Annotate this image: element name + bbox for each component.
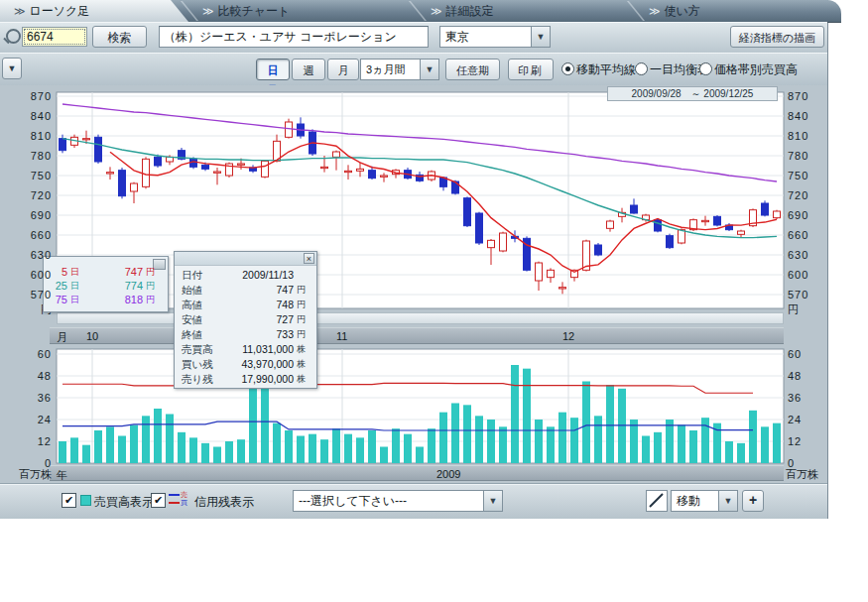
chevrons-icon: ≫	[431, 5, 440, 17]
tooltip-row: 終値733円	[175, 327, 316, 342]
chevron-down-icon[interactable]: ▼	[420, 60, 438, 79]
year-value-label: 2009	[436, 468, 460, 480]
chevron-down-icon[interactable]: ▼	[483, 491, 502, 511]
price-tick-label: 600	[788, 269, 827, 281]
volume-unit-label: 百万株	[786, 467, 818, 482]
diagonal-line-icon	[647, 491, 667, 511]
close-icon[interactable]: ×	[304, 253, 314, 264]
tab-label: 使い方	[665, 4, 700, 18]
volume-tick-label: 36	[788, 392, 827, 404]
month-axis-title: 月	[57, 330, 67, 345]
radio-icon	[699, 62, 712, 75]
price-tick-label: 810	[12, 130, 52, 142]
ma-legend-row: 25日774円	[44, 280, 168, 293]
radio-label: 価格帯別売買高	[714, 61, 798, 78]
credit-balance-checkbox[interactable]: ✔	[151, 493, 166, 508]
arbitrary-period-button[interactable]: 任意期間	[445, 59, 500, 80]
chevrons-icon: ≫	[649, 5, 659, 17]
price-tick-label: 780	[788, 150, 827, 162]
price-tick-label: 780	[12, 150, 52, 162]
tooltip-row: 買い残43,970,000株	[175, 357, 316, 372]
price-tick-label: 720	[12, 189, 52, 201]
radio-icon	[635, 62, 648, 75]
tab-candlestick[interactable]: ≫ローソク足	[0, 0, 188, 22]
radio-label: 移動平均線	[576, 61, 636, 78]
moving-average-legend-panel[interactable]: 5日747円25日774円75日818円	[43, 256, 169, 312]
tab-comparison-chart[interactable]: ≫比較チャート	[188, 0, 417, 22]
volume-tick-label: 36	[12, 392, 52, 404]
tooltip-row: 高値748円	[175, 298, 316, 312]
price-tick-label: 750	[12, 170, 52, 181]
range-select[interactable]: 3ヵ月間 ▼	[360, 59, 439, 80]
month-tick-label: 10	[86, 330, 98, 342]
tab-label: 比較チャート	[218, 4, 291, 18]
tooltip-row: 安値727円	[175, 312, 316, 327]
price-tick-label: 630	[788, 249, 827, 261]
collapse-arrow-button[interactable]: ▼	[2, 58, 22, 79]
volume-tick-label: 0	[12, 457, 52, 469]
period-scrollbar[interactable]	[57, 312, 784, 324]
tool-mode-select[interactable]: 移動 ▼	[671, 490, 738, 512]
volume-tick-label: 12	[788, 435, 827, 447]
quote-tooltip-panel: × 日付2009/11/13始値747円高値748円安値727円終値733円売買…	[174, 251, 317, 389]
indicator-select[interactable]: ---選択して下さい--- ▼	[293, 490, 503, 512]
chevron-down-icon[interactable]: ▼	[531, 27, 550, 47]
daily-button[interactable]: 日足	[256, 59, 290, 80]
chart-app-window: ≫ローソク足 ≫比較チャート ≫詳細設定 ≫使い方 検索 東京 ▼ 経済指標の描…	[0, 0, 828, 519]
price-tick-label: 660	[788, 229, 827, 241]
bottom-control-bar: ✔ 売買高表示 ✔ 売 買 信用残表示 ---選択して下さい--- ▼ 移動 ▼…	[0, 483, 827, 519]
volume-tick-label: 48	[788, 370, 827, 382]
tooltip-row: 日付2009/11/13	[175, 268, 316, 283]
chevrons-icon: ≫	[202, 5, 212, 17]
tab-detail-settings[interactable]: ≫詳細設定	[417, 0, 635, 22]
exchange-value: 東京	[445, 27, 469, 47]
credit-lines-swatch-icon: 売 買	[169, 491, 188, 509]
search-icon	[6, 29, 21, 44]
volume-tick-label: 24	[12, 414, 52, 425]
chart-options-toolbar: ▼ 日足 週足 月足 3ヵ月間 ▼ 任意期間 印刷 移動平均線 一目均衡表 価格…	[0, 53, 827, 86]
tooltip-row: 始値747円	[175, 283, 316, 298]
stock-name-field[interactable]	[159, 26, 429, 48]
price-tick-label: 570	[12, 289, 52, 301]
price-tick-label: 570	[788, 289, 827, 301]
volume-display-checkbox[interactable]: ✔	[62, 493, 76, 508]
tool-mode-value: 移動	[677, 491, 700, 511]
price-tick-label: 660	[12, 229, 52, 241]
price-tick-label: 870	[788, 90, 827, 102]
credit-checkbox-label: 信用残表示	[194, 494, 254, 511]
tab-help[interactable]: ≫使い方	[635, 0, 823, 22]
volume-checkbox-label: 売買高表示	[94, 494, 154, 511]
monthly-button[interactable]: 月足	[327, 59, 359, 80]
chevron-down-icon[interactable]: ▼	[718, 491, 737, 511]
stock-code-input[interactable]	[22, 27, 87, 47]
buy-char: 買	[181, 498, 187, 508]
print-button[interactable]: 印刷	[508, 59, 554, 80]
year-axis-band: 年 2009	[50, 465, 784, 481]
crosshair-plus-button[interactable]: +	[742, 490, 764, 512]
price-tick-label: 690	[788, 209, 827, 221]
indicator-select-value: ---選択して下さい---	[299, 491, 407, 511]
tab-label: 詳細設定	[446, 4, 494, 18]
price-tick-label: 840	[788, 110, 827, 122]
volume-tick-label: 0	[788, 457, 827, 469]
date-range-label: 2009/09/28 ～ 2009/12/25	[607, 86, 778, 101]
trendline-tool-button[interactable]	[646, 490, 668, 512]
price-tick-label: 690	[12, 209, 52, 221]
weekly-button[interactable]: 週足	[292, 59, 325, 80]
month-tick-label: 11	[336, 330, 347, 342]
month-tick-label: 12	[562, 330, 574, 342]
chart-panel: 2009/09/28 ～ 2009/12/25 月 101112 年 2009 …	[0, 85, 827, 483]
month-axis-band: 月 101112	[50, 327, 784, 344]
price-tick-label: 600	[12, 269, 52, 281]
volume-unit-label: 百万株	[6, 467, 52, 482]
price-tick-label: 750	[788, 170, 827, 181]
volume-tick-label: 12	[12, 435, 52, 447]
volume-tick-label: 24	[788, 414, 827, 425]
search-button[interactable]: 検索	[92, 26, 147, 48]
year-axis-title: 年	[57, 468, 67, 483]
exchange-select[interactable]: 東京 ▼	[439, 26, 551, 48]
economic-indicator-button[interactable]: 経済指標の描画	[730, 26, 824, 48]
volume-tick-label: 48	[12, 370, 52, 382]
tooltip-header: ×	[175, 252, 316, 266]
price-tick-label: 720	[788, 189, 827, 201]
